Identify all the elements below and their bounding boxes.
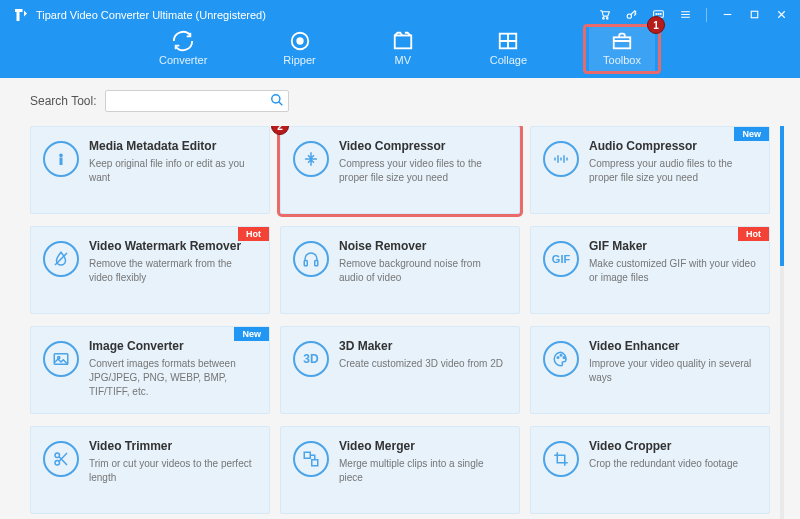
tab-ripper[interactable]: Ripper: [269, 26, 329, 72]
tool-title: Video Merger: [339, 439, 507, 453]
tool-title: Video Cropper: [589, 439, 757, 453]
tool-title: GIF Maker: [589, 239, 757, 253]
tool-title: Image Converter: [89, 339, 257, 353]
tool-desc: Compress your audio files to the proper …: [589, 157, 757, 185]
tool-title: Video Compressor: [339, 139, 507, 153]
tool-desc: Remove background noise from audio of vi…: [339, 257, 507, 285]
tool-title: Video Trimmer: [89, 439, 257, 453]
tool-video-enhancer[interactable]: Video Enhancer Improve your video qualit…: [530, 326, 770, 414]
tool-gif-maker[interactable]: Hot GIF GIF Maker Make customized GIF wi…: [530, 226, 770, 314]
svg-point-1: [606, 17, 608, 19]
merge-icon: [293, 441, 329, 477]
svg-rect-15: [304, 261, 307, 266]
tool-desc: Keep original file info or edit as you w…: [89, 157, 257, 185]
tool-title: 3D Maker: [339, 339, 507, 353]
tool-video-watermark-remover[interactable]: Hot Video Watermark Remover Remove the w…: [30, 226, 270, 314]
tab-toolbox[interactable]: Toolbox 1: [589, 26, 655, 72]
svg-point-6: [660, 13, 661, 14]
tool-desc: Crop the redundant video footage: [589, 457, 757, 471]
tool-title: Video Watermark Remover: [89, 239, 257, 253]
tab-label: Collage: [490, 54, 527, 66]
close-icon[interactable]: [775, 8, 788, 23]
svg-point-22: [55, 453, 60, 458]
tool-title: Noise Remover: [339, 239, 507, 253]
cart-icon[interactable]: [598, 8, 611, 23]
svg-point-19: [557, 357, 559, 359]
tool-title: Media Metadata Editor: [89, 139, 257, 153]
svg-rect-16: [315, 261, 318, 266]
tab-mv[interactable]: MV: [378, 26, 428, 72]
scissors-icon: [43, 441, 79, 477]
divider: [706, 8, 707, 22]
tool-desc: Convert images formats between JPG/JPEG,…: [89, 357, 257, 399]
tool-video-cropper[interactable]: Video Cropper Crop the redundant video f…: [530, 426, 770, 514]
svg-point-13: [271, 95, 279, 103]
search-input[interactable]: [105, 90, 289, 112]
new-badge: New: [734, 127, 769, 141]
tab-label: Toolbox: [603, 54, 641, 66]
menu-icon[interactable]: [679, 8, 692, 23]
svg-point-4: [656, 13, 657, 14]
key-icon[interactable]: [625, 8, 638, 23]
palette-icon: [543, 341, 579, 377]
hot-badge: Hot: [238, 227, 269, 241]
gif-icon: GIF: [543, 241, 579, 277]
tool-3d-maker[interactable]: 3D 3D Maker Create customized 3D video f…: [280, 326, 520, 414]
tool-desc: Compress your video files to the proper …: [339, 157, 507, 185]
hot-badge: Hot: [738, 227, 769, 241]
search-label: Search Tool:: [30, 94, 97, 108]
tool-video-trimmer[interactable]: Video Trimmer Trim or cut your videos to…: [30, 426, 270, 514]
svg-rect-25: [312, 460, 318, 466]
info-icon: [43, 141, 79, 177]
scrollbar-thumb[interactable]: [780, 126, 784, 266]
scrollbar[interactable]: [780, 126, 784, 519]
tool-desc: Merge multiple clips into a single piece: [339, 457, 507, 485]
tool-video-compressor[interactable]: 2 Video Compressor Compress your video f…: [280, 126, 520, 214]
image-icon: [43, 341, 79, 377]
tab-label: Ripper: [283, 54, 315, 66]
tool-image-converter[interactable]: New Image Converter Convert images forma…: [30, 326, 270, 414]
svg-point-14: [60, 154, 62, 156]
headphones-icon: [293, 241, 329, 277]
tool-title: Video Enhancer: [589, 339, 757, 353]
svg-rect-7: [751, 11, 758, 18]
audio-compress-icon: [543, 141, 579, 177]
minimize-icon[interactable]: [721, 8, 734, 23]
svg-point-23: [55, 461, 60, 466]
svg-point-0: [603, 17, 605, 19]
3d-icon: 3D: [293, 341, 329, 377]
svg-point-20: [560, 355, 562, 357]
tool-audio-compressor[interactable]: New Audio Compressor Compress your audio…: [530, 126, 770, 214]
tool-desc: Make customized GIF with your video or i…: [589, 257, 757, 285]
search-icon[interactable]: [270, 93, 284, 110]
app-title: Tipard Video Converter Ultimate (Unregis…: [36, 9, 266, 21]
tool-desc: Remove the watermark from the video flex…: [89, 257, 257, 285]
tool-desc: Improve your video quality in several wa…: [589, 357, 757, 385]
svg-point-21: [563, 357, 565, 359]
svg-point-5: [658, 13, 659, 14]
svg-point-2: [627, 13, 631, 17]
compress-icon: [293, 141, 329, 177]
tab-collage[interactable]: Collage: [476, 26, 541, 72]
tool-desc: Trim or cut your videos to the perfect l…: [89, 457, 257, 485]
app-logo: [12, 6, 30, 24]
tool-video-merger[interactable]: Video Merger Merge multiple clips into a…: [280, 426, 520, 514]
svg-rect-12: [614, 37, 631, 48]
svg-rect-24: [304, 452, 310, 458]
tab-label: Converter: [159, 54, 207, 66]
svg-rect-10: [394, 36, 411, 49]
svg-point-9: [297, 38, 303, 44]
droplet-icon: [43, 241, 79, 277]
tool-title: Audio Compressor: [589, 139, 757, 153]
crop-icon: [543, 441, 579, 477]
maximize-icon[interactable]: [748, 8, 761, 23]
tool-noise-remover[interactable]: Noise Remover Remove background noise fr…: [280, 226, 520, 314]
tool-desc: Create customized 3D video from 2D: [339, 357, 507, 371]
annotation-step-1: 1: [647, 16, 665, 34]
tool-media-metadata-editor[interactable]: Media Metadata Editor Keep original file…: [30, 126, 270, 214]
new-badge: New: [234, 327, 269, 341]
tab-converter[interactable]: Converter: [145, 26, 221, 72]
annotation-step-2: 2: [271, 126, 289, 135]
tab-label: MV: [394, 54, 411, 66]
